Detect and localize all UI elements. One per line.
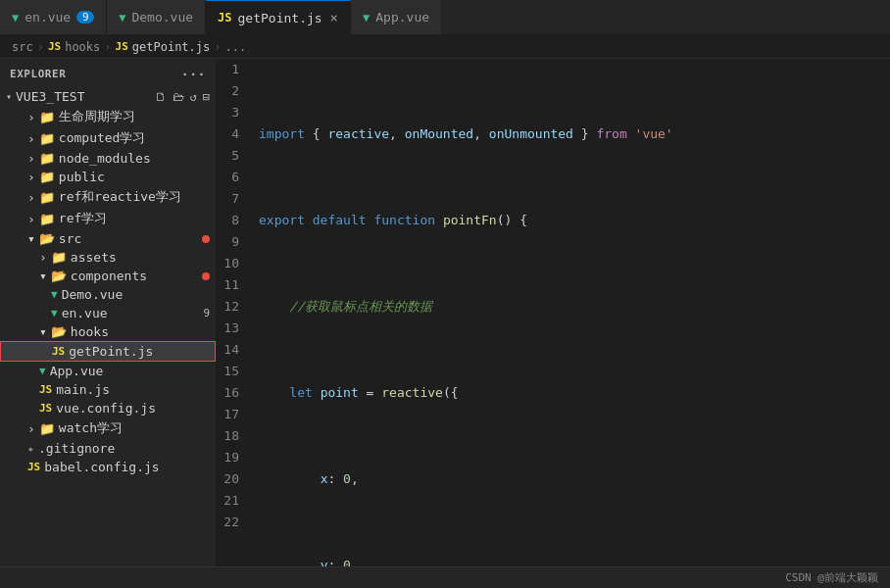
sidebar-item-main-js[interactable]: JS main.js (0, 380, 216, 399)
js-icon: JS (218, 11, 231, 24)
sidebar-item-label: vue.config.js (56, 401, 156, 416)
en-vue-badge: 9 (203, 307, 210, 319)
arrow-right-icon: › (27, 421, 35, 436)
arrow-right-icon: › (27, 110, 35, 124)
new-file-icon[interactable]: 🗋 (155, 90, 167, 104)
folder-icon: 📁 (39, 212, 55, 226)
tab-label: en.vue (25, 10, 71, 24)
sidebar-item-src[interactable]: ▾ 📂 src (0, 229, 216, 248)
arrow-right-icon: › (27, 151, 35, 166)
sidebar-item-public[interactable]: › 📁 public (0, 168, 216, 186)
collapse-icon[interactable]: ⊟ (203, 90, 210, 104)
tab-bar: ▼ en.vue 9 ▼ Demo.vue JS getPoint.js × ▼… (0, 0, 890, 35)
sidebar-item-node-modules[interactable]: › 📁 node_modules (0, 149, 216, 168)
sidebar-item-gitignore[interactable]: ⬥ .gitignore (0, 439, 216, 458)
arrow-down-icon: ▾ (27, 231, 35, 246)
code-editor[interactable]: 123456 789101112 131415161718 19202122 i… (216, 59, 890, 566)
sidebar-item-ref[interactable]: › 📁 ref学习 (0, 208, 216, 229)
sidebar-item-hooks[interactable]: ▾ 📂 hooks (0, 322, 216, 341)
bc-sep2: › (104, 40, 111, 54)
more-options-icon[interactable]: ··· (181, 67, 206, 81)
bc-hooks-icon: JS (48, 40, 61, 53)
sidebar-item-label: assets (71, 250, 117, 265)
arrow-right-icon: › (27, 131, 35, 146)
breadcrumb: src › JS hooks › JS getPoint.js › ... (0, 35, 890, 59)
code-line-1: import { reactive, onMounted, onUnmounte… (259, 123, 882, 145)
code-line-3: //获取鼠标点相关的数据 (259, 296, 882, 318)
sidebar-item-en-vue[interactable]: ▼ en.vue 9 (0, 304, 216, 322)
sidebar-item-getpoint-js[interactable]: JS getPoint.js (0, 341, 216, 362)
tab-label: Demo.vue (131, 10, 193, 24)
file-icon: ⬥ (27, 442, 34, 455)
sidebar-item-vue-config-js[interactable]: JS vue.config.js (0, 399, 216, 417)
tab-en-vue[interactable]: ▼ en.vue 9 (0, 0, 107, 34)
folder-icon: 📂 (51, 324, 67, 339)
sidebar-item-label: ref学习 (59, 210, 107, 227)
arrow-down-icon: ▾ (39, 269, 47, 283)
vue-icon: ▼ (363, 11, 370, 24)
sidebar-item-label: Demo.vue (62, 287, 124, 302)
sidebar-item-label: getPoint.js (69, 344, 153, 359)
sidebar-item-label: watch学习 (59, 419, 123, 437)
sidebar-item-computed[interactable]: › 📁 computed学习 (0, 127, 216, 149)
sidebar-item-babel-config[interactable]: JS babel.config.js (0, 458, 216, 476)
tab-label: App.vue (375, 10, 429, 24)
sidebar-item-label: src (59, 231, 81, 246)
tab-getpoint-js[interactable]: JS getPoint.js × (206, 0, 351, 34)
code-content: 123456 789101112 131415161718 19202122 i… (216, 59, 890, 566)
sidebar-root-folder[interactable]: ▾ VUE3_TEST 🗋 🗁 ↺ ⊟ (0, 87, 216, 106)
tab-app-vue[interactable]: ▼ App.vue (351, 0, 442, 34)
sidebar-item-label: en.vue (62, 306, 108, 320)
bc-src[interactable]: src (12, 40, 33, 54)
arrow-right-icon: › (27, 170, 35, 184)
refresh-icon[interactable]: ↺ (190, 90, 197, 104)
vue-icon: ▼ (12, 11, 19, 24)
sidebar-item-lifecycle[interactable]: › 📁 生命周期学习 (0, 106, 216, 127)
sidebar-header: EXPLORER ··· (0, 59, 216, 87)
arrow-right-icon: › (39, 250, 47, 265)
js-file-icon: JS (27, 461, 40, 473)
sidebar: EXPLORER ··· ▾ VUE3_TEST 🗋 🗁 ↺ ⊟ › 📁 生命周… (0, 59, 216, 566)
folder-icon: 📁 (39, 110, 55, 124)
folder-icon: 📁 (51, 250, 67, 265)
sidebar-item-watch[interactable]: › 📁 watch学习 (0, 417, 216, 439)
bc-filename[interactable]: getPoint.js (132, 40, 210, 54)
sidebar-item-label: App.vue (50, 364, 104, 378)
vue-file-icon: ▼ (39, 365, 46, 377)
new-folder-icon[interactable]: 🗁 (173, 90, 184, 104)
sidebar-item-components[interactable]: ▾ 📂 components (0, 267, 216, 285)
folder-icon: 📁 (39, 190, 55, 205)
components-badge (202, 272, 210, 280)
sidebar-item-ref-reactive[interactable]: › 📁 ref和reactive学习 (0, 186, 216, 208)
folder-icon: 📂 (51, 269, 67, 283)
sidebar-header-icons: ··· (181, 67, 206, 81)
tab-demo-vue[interactable]: ▼ Demo.vue (107, 0, 206, 34)
sidebar-item-label: main.js (56, 382, 110, 397)
sidebar-item-label: .gitignore (38, 441, 115, 456)
footer: CSDN @前端大颖颖 (0, 566, 890, 588)
folder-icon: 📁 (39, 131, 55, 146)
main-area: EXPLORER ··· ▾ VUE3_TEST 🗋 🗁 ↺ ⊟ › 📁 生命周… (0, 59, 890, 566)
code-lines: import { reactive, onMounted, onUnmounte… (251, 59, 890, 566)
sidebar-item-demo-vue[interactable]: ▼ Demo.vue (0, 285, 216, 304)
root-label: VUE3_TEST (16, 89, 84, 104)
sidebar-item-label: babel.config.js (44, 460, 159, 474)
bc-hooks[interactable]: hooks (65, 40, 100, 54)
sidebar-item-label: 生命周期学习 (59, 108, 135, 125)
sidebar-item-app-vue[interactable]: ▼ App.vue (0, 362, 216, 380)
sidebar-item-label: public (59, 170, 105, 184)
js-file-icon: JS (52, 345, 65, 358)
folder-icon: 📁 (39, 170, 55, 184)
tab-close-button[interactable]: × (330, 10, 338, 25)
js-file-icon: JS (39, 383, 52, 396)
tab-badge: 9 (76, 11, 94, 24)
folder-icon: 📁 (39, 151, 55, 166)
code-line-6: y: 0 (259, 555, 882, 566)
sidebar-item-label: ref和reactive学习 (59, 188, 181, 206)
arrow-down-icon: ▾ (39, 324, 47, 339)
bc-file-icon: JS (116, 40, 128, 53)
sidebar-item-assets[interactable]: › 📁 assets (0, 248, 216, 267)
vue-icon: ▼ (119, 11, 125, 24)
vue-file-icon: ▼ (51, 288, 58, 301)
code-line-4: let point = reactive({ (259, 382, 882, 404)
